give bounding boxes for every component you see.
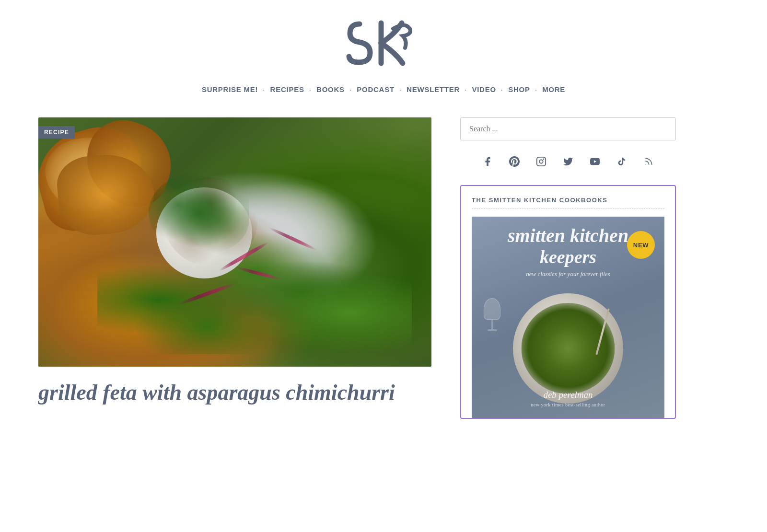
cookbook-cover[interactable]: smitten kitchen keepers new classics for…: [472, 217, 664, 418]
cookbook-pasta: [522, 303, 615, 394]
cover-subtitle: new classics for your forever files: [472, 270, 664, 278]
nav-more[interactable]: MORE: [542, 85, 565, 93]
nav-dot-4: ·: [399, 85, 402, 93]
tiktok-icon[interactable]: [615, 155, 628, 168]
cookbook-author: deb perelman new york times best-selling…: [472, 390, 664, 407]
nav-dot-1: ·: [263, 85, 265, 93]
nav-books[interactable]: BOOKS: [316, 85, 345, 93]
svg-point-5: [645, 164, 646, 165]
cookbook-section-title: THE SMITTEN KITCHEN COOKBOOKS: [472, 197, 664, 204]
svg-rect-1: [537, 157, 546, 166]
search-input[interactable]: [460, 117, 676, 140]
cookbook-divider: [472, 208, 664, 209]
nav-shop[interactable]: SHOP: [508, 85, 530, 93]
facebook-icon[interactable]: [481, 155, 494, 168]
nav-video[interactable]: VIDEO: [472, 85, 496, 93]
instagram-icon[interactable]: [535, 155, 548, 168]
site-logo[interactable]: [345, 14, 422, 77]
nav-dot-2: ·: [309, 85, 312, 93]
svg-point-3: [543, 159, 545, 160]
cookbook-box[interactable]: THE SMITTEN KITCHEN COOKBOOKS smitten ki…: [460, 185, 676, 419]
featured-image: [38, 117, 431, 367]
social-icons-bar: [460, 155, 676, 168]
svg-point-2: [539, 160, 543, 163]
cookbook-author-subtitle: new york times best-selling author: [472, 402, 664, 407]
youtube-icon[interactable]: [588, 155, 602, 168]
nav-dot-5: ·: [465, 85, 467, 93]
nav-dot-6: ·: [501, 85, 503, 93]
twitter-icon[interactable]: [561, 155, 575, 168]
rss-icon[interactable]: [642, 155, 655, 168]
cover-title-line2: keepers: [472, 247, 664, 267]
nav-recipes[interactable]: RECIPES: [270, 85, 304, 93]
nav-surprise[interactable]: SURPRISE ME!: [202, 85, 258, 93]
nav-podcast[interactable]: PODCAST: [357, 85, 395, 93]
recipe-title[interactable]: grilled feta with asparagus chimichurri: [38, 380, 431, 405]
wine-glass-icon: [484, 298, 500, 336]
nav-newsletter[interactable]: NEWSLETTER: [407, 85, 460, 93]
nav-dot-7: ·: [535, 85, 537, 93]
site-header: SURPRISE ME! · RECIPES · BOOKS · PODCAST…: [0, 0, 767, 103]
left-column: RECIPE grilled feta with asparagus chimi…: [38, 117, 431, 419]
recipe-badge: RECIPE: [38, 126, 75, 139]
cookbook-author-name: deb perelman: [472, 390, 664, 400]
main-content: RECIPE grilled feta with asparagus chimi…: [0, 103, 767, 419]
pinterest-icon[interactable]: [508, 155, 521, 168]
cover-title-line1: smitten kitchen: [472, 225, 664, 246]
featured-image-wrapper[interactable]: RECIPE: [38, 117, 431, 367]
main-nav: SURPRISE ME! · RECIPES · BOOKS · PODCAST…: [202, 85, 565, 93]
nav-dot-3: ·: [349, 85, 352, 93]
right-column: THE SMITTEN KITCHEN COOKBOOKS smitten ki…: [460, 117, 676, 419]
